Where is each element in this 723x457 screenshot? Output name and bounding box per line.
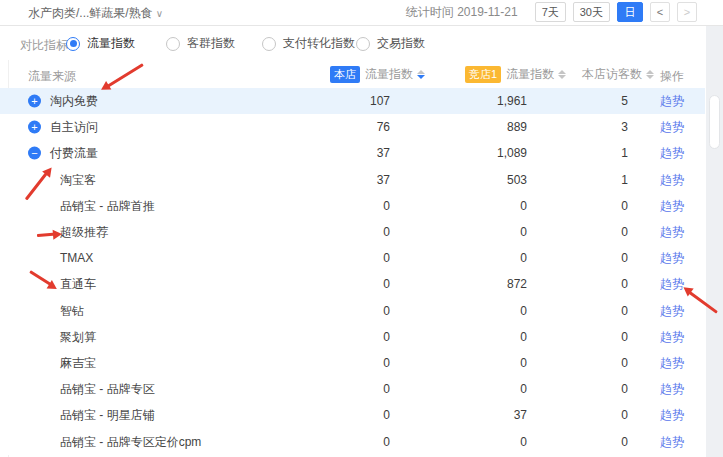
table-row: 聚划算000趋势 [0,324,705,350]
comp-index-value: 0 [520,330,527,344]
radio-label: 客群指数 [187,35,235,52]
comp-index-value: 37 [514,408,527,422]
next-day-button[interactable]: > [677,2,697,22]
traffic-source-name: TMAX [60,251,93,265]
visitor-count-value: 0 [621,225,628,239]
comp-index-value: 0 [520,251,527,265]
range-day-button[interactable]: 日 [617,2,643,22]
analytics-page: 水产肉类/...鲜蔬果/熟食∨ 统计时间 2019-11-21 7天 30天 日… [0,0,723,457]
visitor-count-value: 0 [621,330,628,344]
collapse-icon[interactable]: − [28,147,41,160]
stat-time-label: 统计时间 2019-11-21 [406,4,518,21]
source-label: 麻吉宝 [60,354,96,371]
trend-link[interactable]: 趋势 [660,119,684,136]
trend-link[interactable]: 趋势 [660,433,684,450]
own-metric-label: 流量指数 [365,66,413,83]
radio-trade-index[interactable]: 交易指数 [356,35,425,52]
source-label: 品销宝 - 品牌首推 [60,197,155,214]
comp-index-value: 872 [507,277,527,291]
table-row: TMAX000趋势 [0,245,705,271]
range-30d-button[interactable]: 30天 [573,2,610,22]
radio-icon [356,37,370,51]
traffic-source-name: 淘宝客 [60,171,96,188]
source-label: 付费流量 [50,145,98,162]
traffic-source-name: 品销宝 - 品牌专区定价cpm [60,433,201,450]
radio-icon [166,37,180,51]
comp-index-value: 503 [507,173,527,187]
traffic-source-name: +淘内免费 [28,93,98,110]
scrollbar-thumb[interactable] [709,95,720,149]
comp-index-value: 889 [507,120,527,134]
radio-customer-index[interactable]: 客群指数 [166,35,235,52]
category-label: 水产肉类/...鲜蔬果/熟食 [28,6,153,20]
radio-conversion-index[interactable]: 支付转化指数 [262,35,355,52]
table-row: 淘宝客375031趋势 [0,167,705,193]
top-bar: 水产肉类/...鲜蔬果/熟食∨ 统计时间 2019-11-21 7天 30天 日… [0,0,723,25]
source-label: 超级推荐 [60,224,108,241]
source-label: 品销宝 - 明星店铺 [60,407,155,424]
range-7d-button[interactable]: 7天 [535,2,566,22]
sort-icon[interactable] [558,70,566,79]
comp-index-value: 1,961 [497,94,527,108]
expand-icon[interactable]: + [28,95,41,108]
own-index-value: 37 [377,146,390,160]
source-label: TMAX [60,251,93,265]
table-row: 品销宝 - 品牌首推000趋势 [0,193,705,219]
divider [0,25,723,26]
traffic-source-name: 品销宝 - 明星店铺 [60,407,155,424]
expand-icon[interactable]: + [28,121,41,134]
traffic-source-name: 品销宝 - 品牌专区 [60,381,155,398]
visitor-count-value: 1 [621,173,628,187]
own-index-value: 0 [383,225,390,239]
col-own-index-header[interactable]: 本店 流量指数 [330,66,425,83]
visitor-count-value: 0 [621,277,628,291]
chevron-down-icon: ∨ [156,8,163,19]
own-index-value: 107 [370,94,390,108]
trend-link[interactable]: 趋势 [660,145,684,162]
visitor-count-value: 0 [621,382,628,396]
visitor-count-value: 0 [621,435,628,449]
traffic-source-name: 直通车 [60,276,96,293]
radio-traffic-index[interactable]: 流量指数 [66,35,135,52]
page-gutter [706,26,723,457]
comp-index-value: 0 [520,435,527,449]
radio-label: 流量指数 [87,35,135,52]
own-index-value: 76 [377,120,390,134]
date-controls: 统计时间 2019-11-21 7天 30天 日 < > [406,2,697,22]
trend-link[interactable]: 趋势 [660,250,684,267]
radio-icon [66,37,80,51]
source-label: 聚划算 [60,328,96,345]
sort-icon[interactable] [417,70,425,79]
trend-link[interactable]: 趋势 [660,171,684,188]
visitors-label: 本店访客数 [582,66,642,83]
col-comp-index-header[interactable]: 竞店1 流量指数 [465,66,566,83]
trend-link[interactable]: 趋势 [660,328,684,345]
trend-link[interactable]: 趋势 [660,197,684,214]
competitor-badge: 竞店1 [465,66,501,83]
comp-index-value: 0 [520,199,527,213]
trend-link[interactable]: 趋势 [660,93,684,110]
filter-label: 对比指标 [20,37,68,54]
traffic-source-name: −付费流量 [28,145,98,162]
col-visitors-header[interactable]: 本店访客数 [582,66,654,83]
traffic-source-name: 麻吉宝 [60,354,96,371]
table-row: 品销宝 - 品牌专区000趋势 [0,376,705,402]
comp-index-value: 0 [520,356,527,370]
trend-link[interactable]: 趋势 [660,302,684,319]
trend-link[interactable]: 趋势 [660,407,684,424]
radio-label: 交易指数 [377,35,425,52]
comp-index-value: 1,089 [497,146,527,160]
trend-link[interactable]: 趋势 [660,354,684,371]
traffic-source-name: 智钻 [60,302,84,319]
traffic-source-name: 品销宝 - 品牌首推 [60,197,155,214]
table-row: 麻吉宝000趋势 [0,350,705,376]
own-index-value: 0 [383,199,390,213]
trend-link[interactable]: 趋势 [660,224,684,241]
prev-day-button[interactable]: < [650,2,670,22]
trend-link[interactable]: 趋势 [660,381,684,398]
category-selector[interactable]: 水产肉类/...鲜蔬果/熟食∨ [28,5,163,22]
own-index-value: 0 [383,382,390,396]
own-index-value: 0 [383,304,390,318]
sort-icon[interactable] [646,70,654,79]
traffic-source-name: 超级推荐 [60,224,108,241]
